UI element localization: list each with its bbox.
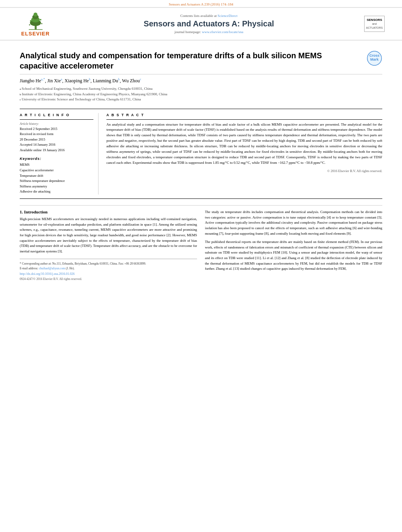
author-sup-c: c [140,78,141,81]
journal-logo-right: SENSORS and ACTUATORS [359,16,390,32]
affiliation-b-text: Institute of Electronic Engineering, Chi… [22,92,168,97]
footnote-email-link[interactable]: chuihaol@aliyun.com [39,267,65,270]
elsevier-label: ELSEVIER [21,31,50,37]
crossmark-logo: Cross Mark [367,50,382,67]
keyword-stiffness-temp: Stiffness temperature dependence [20,178,93,184]
page-wrapper: Sensors and Actuators A 239 (2016) 174–1… [0,0,402,289]
article-info-abstract: A R T I C L E I N F O Article history: R… [20,109,382,199]
footer-copyright: 0924-4247/© 2016 Elsevier B.V. All right… [20,277,197,281]
contents-line: Contents lists available at ScienceDirec… [59,14,359,18]
sciencedirect-link[interactable]: ScienceDirect [218,14,237,18]
author-sup-a2: a [61,78,62,81]
article-title: Analytical study and compensation for te… [20,50,367,71]
affiliations: a School of Mechanical Engineering, Sout… [20,86,382,102]
journal-header: ELSEVIER Contents lists available at Sci… [0,7,402,41]
section-number: 1. [20,209,24,214]
svg-point-8 [29,24,30,26]
article-info-col: A R T I C L E I N F O Article history: R… [20,113,99,195]
received-revised-label: Received in revised form [20,132,93,137]
accepted-date: Accepted 14 January 2016 [20,142,93,148]
homepage-link[interactable]: www.elsevier.com/locate/sna [202,30,243,34]
article-info-heading: A R T I C L E I N F O [20,113,93,117]
affiliation-a-text: School of Mechanical Engineering, Southw… [22,86,153,92]
svg-text:Cross: Cross [369,54,380,57]
authors-line: Jiangbo Hea,*, Jin Xiea, Xiaoping Heb, L… [20,78,382,84]
affiliation-b: b Institute of Electronic Engineering, C… [20,92,382,97]
footnote-section: * Corresponding author at: No.111, Erhua… [20,259,197,281]
abstract-col: A B S T R A C T An analytical study and … [106,113,382,195]
svg-point-7 [40,19,41,20]
doi-link[interactable]: http://dx.doi.org/10.1016/j.sna.2016.01.… [20,272,197,276]
crossmark-icon: Cross Mark [367,50,382,66]
intro-paragraph-right-1: The study on temperature drifts includes… [205,209,382,236]
body-content: 1. Introduction High-precision MEMS acce… [20,205,382,281]
received-revised-date: 20 December 2015 [20,137,93,143]
keyword-adhesive: Adhesive die attaching [20,189,93,195]
section-1-heading: 1. Introduction [20,209,197,214]
journal-homepage: journal homepage: www.elsevier.com/locat… [59,30,359,34]
section-title: Introduction [24,209,48,214]
elsevier-logo: ELSEVIER [12,11,59,37]
intro-paragraph-1: High-precision MEMS accelerometers are i… [20,217,197,254]
sensors-actuators-logo: SENSORS and ACTUATORS [364,16,385,32]
author-sup-b2: b [118,78,120,81]
footnote-email-person: (J. He). [66,267,74,270]
elsevier-tree-icon [25,11,47,31]
body-right: The study on temperature drifts includes… [205,209,382,281]
abstract-copyright: © 2016 Elsevier B.V. All rights reserved… [106,169,382,173]
affiliation-c-text: University of Electronic Science and Tec… [22,97,141,102]
affiliation-c: c University of Electronic Science and T… [20,97,382,102]
intro-paragraph-right-2: The published theoretical reports on the… [205,239,382,272]
journal-citation-bar: Sensors and Actuators A 239 (2016) 174–1… [0,0,402,7]
logo-sensors-text: SENSORS [366,18,383,22]
main-content: Analytical study and compensation for te… [0,41,402,289]
svg-point-9 [41,23,42,24]
logo-actuators-text: ACTUATORS [366,26,383,30]
body-left: 1. Introduction High-precision MEMS acce… [20,209,197,281]
author-sup-b: b [89,78,90,81]
svg-point-6 [30,20,32,22]
article-history-label: Article history: [20,122,93,126]
received-date: Received 2 September 2015 [20,126,93,132]
keyword-stiffness-asym: Stiffness asymmetry [20,184,93,189]
keywords-heading: Keywords: [20,157,93,161]
available-date: Available online 19 January 2016 [20,148,93,153]
keyword-cap: Capacitive accelerometer [20,168,93,173]
article-info-divider [20,119,93,120]
abstract-divider [106,119,382,120]
authors-section: Jiangbo Hea,*, Jin Xiea, Xiaoping Heb, L… [20,74,382,104]
journal-citation: Sensors and Actuators A 239 (2016) 174–1… [169,2,233,6]
article-title-section: Analytical study and compensation for te… [20,46,382,74]
svg-point-4 [34,13,37,17]
footnote-corresponding: * Corresponding author at: No.111, Erhua… [20,261,197,266]
keyword-temp-drift: Temperature drift [20,173,93,179]
keyword-mems: MEMS [20,162,93,168]
journal-title: Sensors and Actuators A: Physical [59,19,359,28]
svg-text:Mark: Mark [370,57,379,61]
author-sup-a: a,* [41,78,45,81]
abstract-heading: A B S T R A C T [106,113,382,117]
footnote-email: E-mail address: chuihaol@aliyun.com (J. … [20,266,197,271]
affiliation-a: a School of Mechanical Engineering, Sout… [20,86,382,92]
journal-center-info: Contents lists available at ScienceDirec… [59,14,359,34]
abstract-text: An analytical study and a compensation s… [106,122,382,166]
logo-and-text: and [366,22,383,26]
